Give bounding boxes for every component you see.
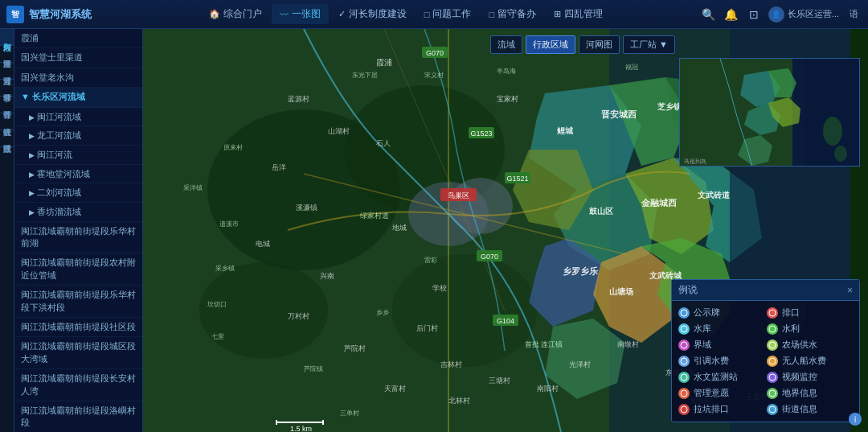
svg-point-104 — [823, 117, 842, 146]
svg-point-4 — [199, 262, 328, 359]
legend-item-gongshipai: 公示牌 — [678, 306, 765, 320]
panel-item-xiangfang[interactable]: ▶香坊溜流域 — [14, 203, 142, 222]
legend-close-button[interactable]: × — [847, 285, 853, 296]
svg-text:地城: 地城 — [391, 224, 407, 232]
svg-text:吉林村: 吉林村 — [440, 360, 462, 368]
panel-item-1[interactable]: 闽江流域霸朝前街堤段乐华村前湖 — [14, 222, 142, 254]
svg-text:南阳村: 南阳村 — [537, 385, 559, 393]
svg-text:芦院镇: 芦院镇 — [304, 365, 323, 372]
svg-point-105 — [834, 146, 847, 162]
sidebar-tab-route[interactable]: 路线管理 — [0, 130, 14, 147]
svg-text:蓝源村: 蓝源村 — [288, 95, 309, 103]
panel-item-longgong[interactable]: ▶龙工河流域 — [14, 126, 142, 146]
panel-item-3[interactable]: 闽江流域霸朝前街堤段乐华村段下洪村段 — [14, 286, 142, 318]
panel-item-4[interactable]: 闽江流域霸朝前街堤段社区段 — [14, 318, 142, 337]
user-area[interactable]: 👤 长乐区运营... — [768, 6, 839, 23]
mini-map: 马祖列岛 — [679, 58, 860, 167]
svg-text:七里: 七里 — [211, 333, 224, 340]
sidebar-tab-report[interactable]: 报表统计 — [0, 113, 14, 130]
legend-grid: 公示牌 排口 水库 水 — [672, 301, 859, 422]
legend-dot-jieyv — [678, 339, 690, 351]
panel-item[interactable]: 国兴堂老水沟 — [14, 68, 142, 88]
svg-text:原来村: 原来村 — [223, 144, 243, 151]
legend-item-shuiwen: 水文监测站 — [678, 370, 765, 385]
legend-item-nonggong: 农场供水 — [767, 338, 854, 352]
svg-text:南墩村: 南墩村 — [617, 340, 639, 348]
legend-item-lakeng: 拉坑排口 — [678, 402, 765, 417]
svg-point-118 — [681, 406, 687, 413]
nav-items: 🏠 综合门户 〰 一张图 ✓ 河长制度建设 □ 问题工作 □ 留守备办 ⊞ 四乱… — [111, 4, 701, 24]
bell-icon[interactable]: 🔔 — [723, 6, 739, 23]
sidebar-tab-river-list[interactable]: 河段列表 — [0, 29, 14, 46]
legend-item-shipin: 视频监控 — [767, 370, 854, 385]
panel-item-huodi[interactable]: ▶霍地堂河流域 — [14, 165, 142, 184]
search-icon[interactable]: 🔍 — [701, 6, 717, 23]
main-area: 河段列表 图层管理 巡河管理 事件管理 任务管理 报表统计 路线管理 霞浦 国兴… — [0, 29, 868, 432]
svg-text:北林村: 北林村 — [448, 397, 470, 405]
sidebar-tab-patrol[interactable]: 巡河管理 — [0, 63, 14, 80]
panel-item-2[interactable]: 闽江流域霸朝前街堤段农村附近位管域 — [14, 253, 142, 286]
home-icon: 🏠 — [209, 9, 220, 19]
nav-home-label: 综合门户 — [223, 7, 262, 21]
panel-item[interactable]: 国兴堂士里渠道 — [14, 48, 142, 68]
legend-title: 例说 — [678, 283, 698, 297]
sidebar-tab-map-layer[interactable]: 图层管理 — [0, 46, 14, 63]
svg-point-110 — [681, 342, 687, 348]
btn-liuyu[interactable]: 流域 — [490, 35, 522, 54]
lang-icon[interactable]: 语 — [845, 6, 862, 23]
svg-text:鲤城: 鲤城 — [556, 126, 574, 135]
legend-dot-shuiku — [678, 323, 690, 335]
nav-office[interactable]: □ 留守备办 — [481, 4, 544, 24]
svg-text:霞浦: 霞浦 — [376, 58, 392, 67]
btn-hewan[interactable]: 河网图 — [579, 35, 620, 54]
svg-point-117 — [769, 390, 776, 397]
legend-dot-shuili — [767, 323, 778, 335]
svg-point-119 — [769, 406, 776, 413]
manage-icon: ⊞ — [554, 9, 561, 19]
nav-river[interactable]: 〰 一张图 — [272, 4, 329, 24]
btn-xingzheng[interactable]: 行政区域 — [526, 35, 575, 54]
panel-item-6[interactable]: 闽江流域霸朝前街堤段长安村人湾 — [14, 369, 142, 401]
user-label: 长乐区运营... — [788, 8, 839, 20]
svg-text:鼓山区: 鼓山区 — [589, 207, 613, 216]
svg-text:1.5 km: 1.5 km — [290, 425, 312, 432]
svg-text:遗溪市: 遗溪市 — [219, 220, 239, 228]
svg-point-5 — [392, 254, 537, 367]
panel-item-5[interactable]: 闽江流域霸朝前街堤段城区段大湾域 — [14, 337, 142, 369]
svg-text:绿家村道: 绿家村道 — [360, 212, 389, 220]
nav-chief-label: 河长制度建设 — [349, 7, 407, 21]
sidebar-tab-event[interactable]: 事件管理 — [0, 80, 14, 97]
map-area[interactable]: 霞浦 蓝源村 山湖村 岳洋 溪濂镇 电城 兴南 万村村 芦院村 天富村 北林村 … — [143, 29, 868, 432]
legend-item-guanli: 管理意愿 — [678, 386, 765, 401]
nav-chief[interactable]: ✓ 河长制度建设 — [330, 4, 415, 24]
sidebar-tab-task[interactable]: 任务管理 — [0, 97, 14, 113]
nav-manage[interactable]: ⊞ 四乱管理 — [546, 4, 611, 24]
work-icon: □ — [424, 10, 430, 19]
svg-text:学校: 学校 — [432, 284, 447, 292]
svg-point-115 — [769, 374, 776, 381]
legend-dot-gongshipai — [678, 307, 690, 319]
panel-item-minjian2[interactable]: ▶闽江河流 — [14, 146, 142, 165]
btn-gongcheng[interactable]: 工厂站 ▼ — [623, 35, 675, 54]
panel-item-7[interactable]: 闽江流域霸朝前街堤段洛嶼村段 — [14, 401, 142, 432]
nav-work[interactable]: □ 问题工作 — [416, 4, 480, 24]
left-panel: 霞浦 国兴堂士里渠道 国兴堂老水沟 ▼ 长乐区河流域 ▶闽江河流域 ▶龙工河流域… — [14, 29, 143, 432]
info-icon[interactable]: i — [849, 413, 862, 426]
legend-dot-dijie — [767, 388, 778, 399]
svg-text:三塘村: 三塘村 — [489, 376, 510, 385]
svg-text:半岛海: 半岛海 — [497, 68, 516, 75]
panel-item-minjian[interactable]: ▶闽江河流域 — [14, 108, 142, 127]
svg-text:山塘场: 山塘场 — [609, 287, 633, 296]
screen-icon[interactable]: ⊡ — [746, 6, 762, 23]
panel-item[interactable]: 霞浦 — [14, 29, 142, 48]
sidebar-tabs: 河段列表 图层管理 巡河管理 事件管理 任务管理 报表统计 路线管理 — [0, 29, 14, 432]
svg-text:万村村: 万村村 — [288, 312, 309, 320]
legend-dot-shipin — [767, 372, 778, 383]
app-title: 智慧河湖系统 — [29, 7, 92, 22]
river-icon: 〰 — [280, 10, 289, 19]
legend-dot-yindiaoshui — [678, 356, 690, 367]
nav-home[interactable]: 🏠 综合门户 — [201, 4, 270, 24]
svg-point-112 — [681, 358, 687, 364]
panel-item-erliu[interactable]: ▶二刘河流域 — [14, 183, 142, 203]
panel-group-changele[interactable]: ▼ 长乐区河流域 — [14, 88, 142, 107]
